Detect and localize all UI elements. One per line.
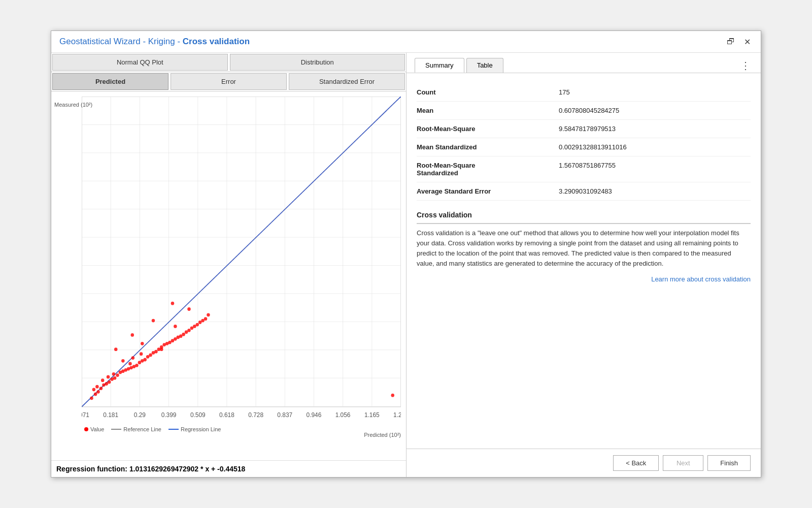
menu-dots-icon[interactable]: ⋮ [738, 59, 753, 72]
svg-text:0.837: 0.837 [277, 411, 292, 419]
svg-point-72 [135, 364, 139, 367]
restore-button[interactable]: 🗗 [725, 36, 736, 47]
svg-text:0.509: 0.509 [190, 411, 206, 419]
next-button[interactable]: Next [663, 455, 703, 471]
svg-point-74 [138, 361, 142, 364]
svg-text:0.618: 0.618 [219, 411, 234, 419]
svg-point-91 [179, 334, 183, 338]
svg-point-60 [101, 378, 105, 382]
tab-table[interactable]: Table [466, 58, 503, 73]
svg-point-52 [94, 392, 97, 396]
main-content: Normal QQ Plot Distribution Predicted Er… [51, 53, 761, 477]
label-mean-std: Mean Standardized [417, 143, 559, 151]
svg-point-101 [114, 347, 118, 351]
svg-point-65 [112, 372, 116, 376]
bottom-bar: < Back Next Finish [407, 449, 761, 477]
svg-point-93 [185, 330, 188, 334]
svg-point-92 [182, 333, 185, 336]
legend-reference-line [111, 429, 121, 430]
svg-point-99 [201, 319, 205, 323]
summary-table: Count 175 Mean 0.607808045284275 Root-Me… [407, 73, 761, 201]
main-window: Geostatistical Wizard - Kriging - Cross … [51, 30, 761, 478]
cross-validation-section: Cross validation Cross validation is a "… [407, 201, 761, 449]
svg-point-88 [171, 339, 175, 342]
svg-point-109 [174, 325, 177, 328]
svg-point-51 [90, 396, 93, 400]
svg-point-62 [113, 376, 117, 380]
plot-tabs: Normal QQ Plot Distribution Predicted Er… [51, 53, 406, 91]
window-controls: 🗗 ✕ [725, 36, 753, 47]
summary-row-count: Count 175 [417, 83, 751, 102]
summary-row-rms-std: Root-Mean-Square Standardized 1.56708751… [417, 156, 751, 182]
svg-point-63 [107, 375, 110, 379]
svg-point-59 [108, 380, 111, 384]
left-panel: Normal QQ Plot Distribution Predicted Er… [51, 53, 407, 477]
svg-text:1.275: 1.275 [393, 411, 401, 419]
summary-row-ase: Average Standard Error 3.2909031092483 [417, 182, 751, 201]
value-rms: 9.58478178979513 [559, 125, 616, 133]
svg-point-103 [152, 319, 155, 323]
legend-value: Value [84, 426, 104, 432]
y-axis-label: Measured (10²) [54, 102, 92, 108]
svg-point-100 [204, 317, 208, 321]
svg-point-98 [198, 321, 202, 324]
chart-svg: 1.275 1.165 1.056 0.946 0.837 0.728 0.61… [82, 97, 401, 430]
svg-point-94 [187, 329, 191, 332]
value-count: 175 [559, 88, 570, 96]
summary-row-mean-std: Mean Standardized 0.00291328813911016 [417, 138, 751, 156]
plot-tabs-row1: Normal QQ Plot Distribution [51, 53, 406, 72]
finish-button[interactable]: Finish [707, 455, 751, 471]
summary-row-rms: Root-Mean-Square 9.58478178979513 [417, 120, 751, 138]
svg-point-58 [105, 382, 109, 386]
value-mean-std: 0.00291328813911016 [559, 143, 627, 151]
svg-text:0.399: 0.399 [161, 411, 177, 419]
svg-point-56 [95, 385, 99, 389]
svg-point-82 [154, 350, 158, 354]
cross-val-text: Cross validation is a "leave one out" me… [417, 228, 751, 269]
learn-more-link[interactable]: Learn more about cross validation [417, 275, 751, 283]
x-axis-label: Predicted (10²) [364, 432, 401, 438]
label-count: Count [417, 88, 559, 96]
summary-row-mean: Mean 0.607808045284275 [417, 102, 751, 120]
close-button[interactable]: ✕ [741, 36, 753, 47]
svg-point-73 [128, 362, 132, 366]
svg-point-64 [116, 373, 119, 377]
svg-point-102 [131, 333, 134, 337]
back-button[interactable]: < Back [613, 455, 659, 471]
svg-point-87 [168, 341, 172, 344]
tab-predicted[interactable]: Predicted [52, 73, 168, 90]
svg-text:0.181: 0.181 [103, 411, 118, 419]
svg-point-111 [391, 394, 394, 397]
legend-value-dot [84, 427, 88, 431]
legend-regression-label: Regression Line [181, 426, 221, 432]
svg-point-89 [174, 337, 177, 341]
svg-point-79 [149, 354, 152, 357]
svg-point-96 [193, 325, 196, 328]
tab-normal-qq-plot[interactable]: Normal QQ Plot [52, 54, 228, 71]
tab-standardized-error[interactable]: Standardized Error [289, 73, 405, 90]
svg-point-110 [141, 342, 144, 345]
tab-distribution[interactable]: Distribution [230, 54, 405, 71]
legend-regression: Regression Line [168, 426, 221, 432]
svg-text:0.946: 0.946 [307, 411, 322, 419]
svg-text:0.29: 0.29 [134, 411, 146, 419]
value-mean: 0.607808045284275 [559, 107, 619, 114]
title-highlight: Cross validation [183, 37, 250, 46]
regression-function: Regression function: 1.0131629269472902 … [51, 460, 406, 477]
svg-point-97 [195, 323, 199, 327]
svg-point-77 [131, 356, 135, 360]
svg-point-78 [146, 355, 150, 359]
cross-val-title: Cross validation [417, 211, 751, 224]
tab-summary[interactable]: Summary [415, 58, 464, 73]
value-rms-std: 1.56708751867755 [559, 162, 616, 169]
value-ase: 3.2909031092483 [559, 187, 612, 195]
chart-area: Measured (10²) Predicted (10²) [51, 91, 406, 460]
label-ase: Average Standard Error [417, 187, 559, 195]
tab-error[interactable]: Error [171, 73, 287, 90]
legend-regression-line [168, 429, 179, 430]
svg-text:0.728: 0.728 [248, 411, 263, 419]
plot-tabs-row2: Predicted Error Standardized Error [51, 72, 406, 91]
title-prefix: Geostatistical Wizard - Kriging - [59, 37, 183, 46]
right-panel: Summary Table ⋮ Count 175 Mean 0.6078080… [407, 53, 761, 477]
svg-point-108 [207, 313, 210, 316]
